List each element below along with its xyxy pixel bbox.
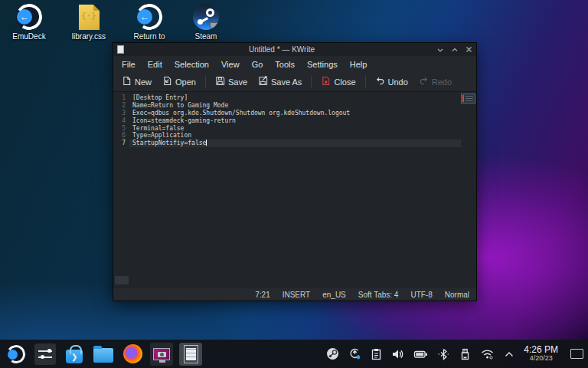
dictionary[interactable]: en_US [322, 291, 346, 299]
kwrite-window: Untitled * — KWrite File Edit Selection … [113, 42, 477, 301]
desktop-icon-label: EmuDeck [12, 32, 45, 41]
new-button[interactable]: New [117, 74, 156, 90]
gaming-mode-return-icon: ← [136, 4, 162, 30]
kwrite-task-button[interactable] [179, 343, 202, 366]
new-document-icon [122, 76, 132, 87]
save-as-icon [258, 76, 268, 87]
discover-button[interactable]: ❯ [63, 343, 86, 366]
desktop-icon-return-to-gaming[interactable]: ← Return to [125, 4, 174, 41]
menu-settings[interactable]: Settings [301, 58, 344, 71]
removable-device-tray-icon[interactable] [459, 348, 471, 360]
updates-tray-icon[interactable] [348, 347, 361, 360]
folder-icon [93, 348, 113, 363]
save-as-label: Save As [271, 77, 302, 87]
firefox-button[interactable] [121, 343, 144, 366]
line-number: 4 [113, 117, 129, 125]
steam-tray-icon[interactable] [326, 347, 339, 360]
minimize-button[interactable] [436, 47, 444, 53]
steam-icon [193, 4, 219, 30]
screen-recorder-task-button[interactable] [150, 343, 173, 366]
save-button[interactable]: Save [211, 74, 252, 90]
undo-button[interactable]: Undo [371, 74, 413, 90]
clipboard-tray-icon[interactable] [371, 348, 382, 360]
horizontal-scrollbar-thumb[interactable] [115, 276, 129, 284]
code-line: Icon=steamdeck-gaming-return [129, 117, 461, 125]
desktop-icon-label: library.css [72, 32, 106, 41]
desktop-icon-label: Return to [133, 32, 165, 41]
new-label: New [135, 77, 152, 87]
input-mode[interactable]: INSERT [283, 291, 311, 299]
menu-view[interactable]: View [215, 58, 246, 71]
text-cursor [206, 140, 207, 146]
modified-lines-marker [462, 95, 464, 102]
menu-edit[interactable]: Edit [142, 58, 168, 71]
minimap-text-preview [466, 96, 473, 101]
code-line: Terminal=false [129, 125, 461, 133]
line-number-gutter: 1 2 3 4 5 6 7 [113, 92, 129, 288]
steamdeck-settings-button[interactable] [34, 343, 57, 366]
digital-clock[interactable]: 4:26 PM 4/20/23 [524, 345, 558, 362]
battery-tray-icon[interactable] [413, 349, 428, 360]
discover-icon: ❯ [66, 350, 83, 363]
toolbar-separator [311, 76, 312, 87]
toolbar-separator [365, 76, 366, 87]
titlebar[interactable]: Untitled * — KWrite [113, 43, 476, 56]
show-desktop-button[interactable] [570, 349, 583, 359]
code-line: Exec=qdbus org.kde.Shutdown/Shutdown org… [129, 110, 461, 117]
highlight-mode[interactable]: Normal [445, 291, 469, 299]
desktop-icon-steam[interactable]: Steam [181, 4, 230, 41]
desktop: ← EmuDeck {·} library.css ← Return to St… [0, 0, 588, 368]
desktop-icon-label: Steam [195, 32, 217, 41]
toolbar: New Open Save Save As Close [113, 72, 476, 92]
maximize-button[interactable] [451, 47, 459, 53]
emudeck-icon: ← [16, 4, 42, 30]
bluetooth-tray-icon[interactable] [437, 348, 450, 360]
minimap-view-indicator[interactable] [461, 94, 475, 104]
statusbar: 7:21 INSERT en_US Soft Tabs: 4 UTF-8 Nor… [113, 288, 476, 301]
scrollbar-minimap[interactable] [461, 92, 476, 288]
menu-go[interactable]: Go [246, 58, 270, 71]
line-number: 1 [113, 94, 129, 102]
css-file-icon: {·} [79, 5, 100, 30]
code-line: Name=Return to Gaming Mode [129, 102, 461, 110]
text-editor-area[interactable]: 1 2 3 4 5 6 7 [Desktop Entry] Name=Retur… [113, 92, 476, 288]
menubar: File Edit Selection View Go Tools Settin… [113, 56, 476, 72]
menu-file[interactable]: File [116, 58, 142, 71]
kwrite-app-icon [117, 45, 124, 54]
volume-tray-icon[interactable] [391, 348, 404, 360]
document-icon [184, 345, 198, 363]
open-button[interactable]: Open [158, 74, 201, 90]
desktop-icon-emudeck[interactable]: ← EmuDeck [5, 4, 54, 41]
window-title: Untitled * — KWrite [127, 45, 436, 54]
desktop-icon-library-css[interactable]: {·} library.css [64, 4, 113, 41]
toolbar-separator [205, 76, 206, 87]
save-label: Save [228, 77, 247, 87]
close-button[interactable] [466, 46, 472, 53]
code-line: Type=Application [129, 132, 461, 140]
encoding[interactable]: UTF-8 [410, 291, 432, 299]
menu-help[interactable]: Help [344, 58, 374, 71]
screen-recorder-icon [153, 348, 170, 360]
undo-label: Undo [388, 77, 408, 87]
wifi-tray-icon[interactable] [480, 348, 495, 360]
taskbar: ❯ [0, 340, 588, 368]
cursor-position[interactable]: 7:21 [255, 291, 270, 299]
dolphin-button[interactable] [92, 343, 115, 366]
close-document-button[interactable]: Close [316, 74, 360, 90]
line-number: 2 [113, 102, 129, 110]
save-as-button[interactable]: Save As [253, 74, 306, 90]
code-line-text: StartupNotifiy=false [132, 140, 206, 146]
menu-tools[interactable]: Tools [269, 58, 301, 71]
clock-date: 4/20/23 [524, 355, 558, 362]
redo-icon [419, 76, 429, 87]
sliders-icon [34, 343, 56, 365]
tab-mode[interactable]: Soft Tabs: 4 [358, 291, 399, 299]
redo-label: Redo [432, 77, 452, 87]
menu-selection[interactable]: Selection [168, 58, 215, 71]
close-label: Close [334, 77, 355, 87]
expand-tray-chevron-icon[interactable] [504, 350, 514, 358]
line-number: 6 [113, 132, 129, 140]
line-number: 5 [113, 125, 129, 133]
redo-button[interactable]: Redo [414, 74, 456, 90]
application-launcher-button[interactable] [5, 343, 28, 366]
